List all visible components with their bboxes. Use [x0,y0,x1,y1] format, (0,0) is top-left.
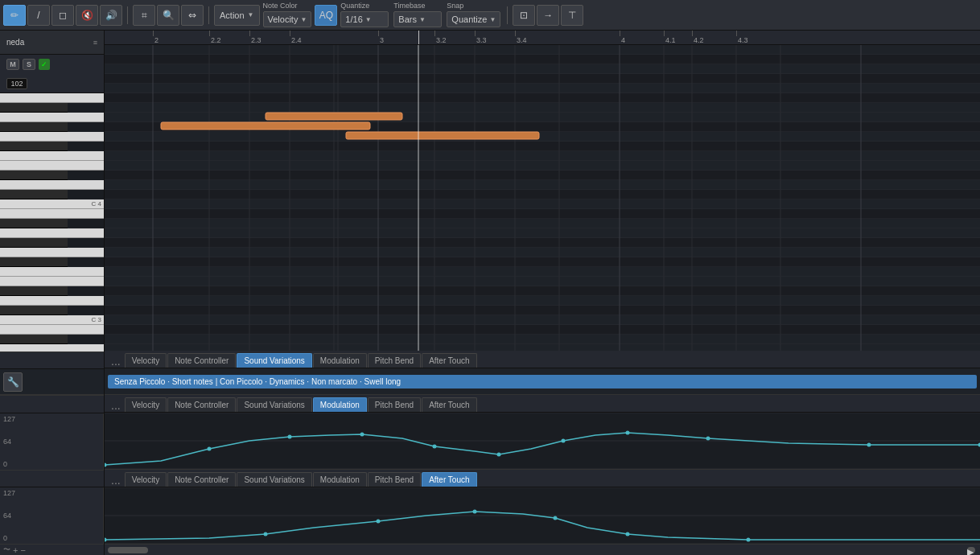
arrow-btn[interactable]: → [537,5,559,26]
controller-tabs-row-2-left [0,396,104,413]
scroll-right-btn[interactable]: ▶ [967,547,975,553]
track-header: neda ≡ [0,31,104,55]
velocity-display-row: 102 [0,74,104,93]
snap-group: Snap Quantize ▼ [447,2,500,29]
snap-value: Quantize [451,14,487,24]
tab-note-ctrl-2[interactable]: Note Controller [167,397,236,412]
tab-sound-var-3[interactable]: Sound Variations [237,472,311,487]
controller-panel-2: ... Velocity Note Controller Sound Varia… [105,394,980,469]
tab-pitch-1[interactable]: Pitch Bend [368,353,421,368]
tab-velocity-1[interactable]: Velocity [125,353,167,368]
tab-velocity-3[interactable]: Velocity [125,472,167,487]
tab-pitch-3[interactable]: Pitch Bend [368,472,421,487]
timebase-group: Timebase Bars ▼ [393,2,442,29]
enable-btn[interactable]: ✓ [39,59,50,70]
at-y-axis: 127 64 0 [0,487,104,544]
tab-modulation-2[interactable]: Modulation [313,397,367,412]
sep1 [127,6,128,24]
tab-modulation-3[interactable]: Modulation [313,472,367,487]
tab-aftertouch-1[interactable]: After Touch [422,353,476,368]
aq-label: AQ [319,10,333,21]
sound-var-left: 🔧 [0,369,104,395]
mute-tool-btn[interactable]: 🔇 [76,5,98,26]
mod-y-0: 0 [3,460,7,468]
speaker-tool-btn[interactable]: 🔊 [100,5,122,26]
bottom-scrollbar: ▶ [105,544,980,555]
draw-tool-btn[interactable]: ✏ [3,5,26,26]
h-scroll-thumb[interactable] [108,547,148,553]
timeline-ruler: 2 2.2 2.3 2.4 3 3.2 3.3 3.4 4 4.1 [105,31,980,45]
note-grid-area: 2 2.2 2.3 2.4 3 3.2 3.3 3.4 4 4.1 [105,31,980,351]
quantize-label: Quantize [340,2,389,10]
wrench-btn-1[interactable]: 🔧 [3,372,23,392]
tabs-row-1: ... Velocity Note Controller Sound Varia… [105,351,980,368]
select-tool-btn[interactable]: ⌗ [133,5,155,26]
action-label: Action [220,10,245,20]
zoom-in-icon[interactable]: + [13,545,18,555]
controller-panel-3: ... Velocity Note Controller Sound Varia… [105,469,980,544]
toolbar: ✏ / ◻ 🔇 🔊 ⌗ 🔍 ⇔ Action ▼ Note Color Velo… [0,0,980,31]
tab-velocity-2[interactable]: Velocity [125,397,167,412]
tab-sound-var-1[interactable]: Sound Variations [237,353,311,368]
modulation-graph [105,413,980,469]
sep3 [507,6,508,24]
aftertouch-graph [105,487,980,544]
snap-dropdown[interactable]: Quantize ▼ [447,11,500,27]
velocity-number: 102 [6,78,27,89]
tabs-row-2: ... Velocity Note Controller Sound Varia… [105,395,980,413]
action-chevron-icon: ▼ [248,11,254,18]
piano-keyboard: C 4 C 3 [0,93,104,352]
action-dropdown[interactable]: Action ▼ [214,5,260,26]
timebase-label: Timebase [393,2,442,10]
timebase-value: Bars [398,14,417,24]
track-name: neda [6,38,24,47]
mod-y-axis: 127 64 0 [0,413,104,470]
note-grid[interactable] [105,45,980,351]
zoom-tool-btn[interactable]: 🔍 [157,5,179,26]
timebase-dropdown[interactable]: Bars ▼ [393,11,442,27]
zoom-out-icon[interactable]: − [20,545,25,555]
tab-note-ctrl-3[interactable]: Note Controller [167,472,236,487]
tab-sound-var-2[interactable]: Sound Variations [237,397,311,412]
wave-icon[interactable]: 〜 [3,545,10,555]
line-tool-btn[interactable]: / [27,5,50,26]
tabs-more-1[interactable]: ... [108,355,124,368]
quantize-chevron-icon: ▼ [365,16,372,23]
aq-btn[interactable]: AQ [315,5,337,26]
controller-panel-1: ... Velocity Note Controller Sound Varia… [105,351,980,394]
tabs-more-2[interactable]: ... [108,399,124,412]
resize-tool-btn[interactable]: ⇔ [181,5,204,26]
right-content: 2 2.2 2.3 2.4 3 3.2 3.3 3.4 4 4.1 [105,31,980,555]
loop-btn[interactable]: ⊡ [513,5,535,26]
timebase-chevron-icon: ▼ [419,16,426,23]
quantize-dropdown[interactable]: 1/16 ▼ [340,11,389,27]
sound-var-text: Senza Piccolo · Short notes | Con Piccol… [108,375,977,388]
velocity-dropdown[interactable]: Velocity ▼ [263,11,312,27]
velocity-chevron-icon: ▼ [300,16,307,23]
tab-pitch-2[interactable]: Pitch Bend [368,397,421,412]
tabs-row-3: ... Velocity Note Controller Sound Varia… [105,470,980,487]
snap-label: Snap [447,2,500,10]
note-color-label: Note Color [263,2,312,10]
tab-modulation-1[interactable]: Modulation [313,353,367,368]
controller-tabs-row-1-left [0,352,104,369]
snap-chevron-icon: ▼ [489,16,496,23]
hamburger-icon[interactable]: ≡ [93,39,97,47]
sep2 [208,6,209,24]
tabs-more-3[interactable]: ... [108,474,124,487]
track-controls: M S ✓ [0,55,104,74]
sound-var-content: Senza Piccolo · Short notes | Con Piccol… [105,368,980,394]
velocity-label: Velocity [268,14,299,24]
eraser-tool-btn[interactable]: ◻ [51,5,74,26]
mute-btn[interactable]: M [6,59,19,70]
tab-aftertouch-3[interactable]: After Touch [422,472,476,487]
bottom-left-controls: 〜 + − [0,544,104,555]
at-y-64: 64 [3,512,11,520]
quantize-value: 1/16 [345,14,362,24]
tab-note-ctrl-1[interactable]: Note Controller [167,353,236,368]
align-btn[interactable]: ⊤ [561,5,583,26]
tab-aftertouch-2[interactable]: After Touch [422,397,476,412]
playhead-marker [418,31,419,44]
solo-btn[interactable]: S [23,59,35,70]
mod-y-64: 64 [3,438,11,446]
